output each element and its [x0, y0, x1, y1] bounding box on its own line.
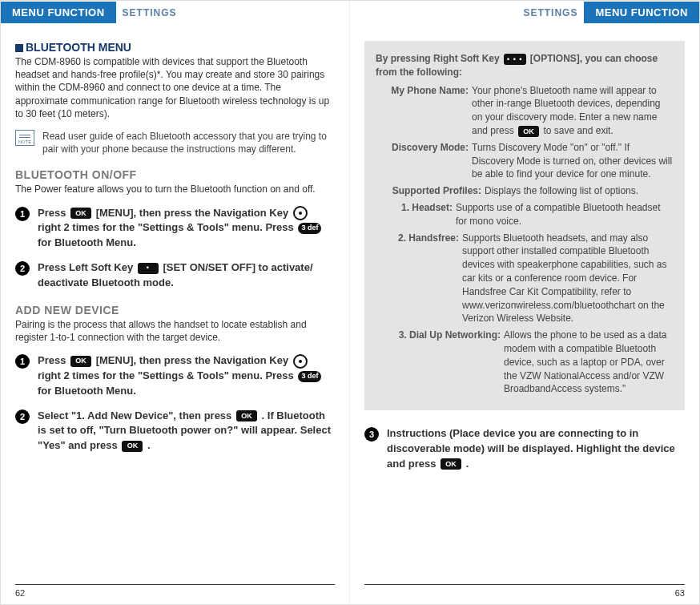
row-supported-profiles: Supported Profiles: Displays the followi… — [376, 184, 674, 198]
header-tabs-right: SETTINGS MENU FUNCTION — [364, 1, 699, 23]
add-step-1: 1 Press OK [MENU], then press the Naviga… — [15, 353, 335, 399]
ok-key-icon: OK — [70, 208, 91, 219]
row-handsfree: 2. Handsfree: Supports Bluetooth headset… — [376, 232, 674, 326]
value: Displays the following list of options. — [485, 184, 674, 198]
tab-settings: SETTINGS — [116, 2, 183, 23]
step-body: Press OK [MENU], then press the Navigati… — [38, 206, 335, 252]
label: Supported Profiles: — [376, 184, 485, 198]
onoff-step-1: 1 Press OK [MENU], then press the Naviga… — [15, 206, 335, 252]
note-row: NOTE Read user guide of each Bluetooth a… — [15, 130, 335, 155]
page-number: 63 — [364, 584, 685, 598]
square-bullet-icon — [15, 44, 23, 52]
note-text: Read user guide of each Bluetooth access… — [42, 130, 335, 155]
step-number-icon: 2 — [15, 409, 30, 424]
value: Your phone's Bluetooth name will appear … — [472, 84, 674, 138]
ok-key-icon: OK — [70, 356, 91, 367]
add-desc: Pairing is the process that allows the h… — [15, 318, 335, 344]
step-body: Press Left Soft Key • [SET ON/SET OFF] t… — [38, 260, 335, 291]
bluetooth-intro: The CDM-8960 is compatible with devices … — [15, 55, 335, 120]
value: Turns Discovery Mode "on" or "off." If D… — [472, 141, 674, 181]
heading-add-new-device: ADD NEW DEVICE — [15, 304, 335, 317]
label: 3. Dial Up Networking: — [376, 329, 504, 396]
note-icon: NOTE — [15, 130, 34, 146]
step-number-icon: 1 — [15, 354, 30, 369]
tab-settings: SETTINGS — [517, 2, 584, 23]
label: Discovery Mode: — [376, 141, 472, 181]
step-number-icon: 3 — [364, 427, 379, 442]
three-def-key-icon: 3 def — [298, 223, 321, 234]
options-intro: By pressing Right Soft Key • • • [OPTION… — [376, 52, 674, 79]
label: 1. Headset: — [376, 201, 456, 228]
onoff-step-2: 2 Press Left Soft Key • [SET ON/SET OFF]… — [15, 260, 335, 291]
row-headset: 1. Headset: Supports use of a compatible… — [376, 201, 674, 228]
tab-menu-function: MENU FUNCTION — [1, 2, 116, 23]
value: Supports Bluetooth headsets, and may als… — [462, 232, 674, 326]
ok-key-icon: OK — [441, 458, 461, 470]
value: Allows the phone to be used as a data mo… — [504, 329, 674, 396]
softkey-dot-icon: • — [138, 263, 159, 274]
ok-key-icon: OK — [518, 126, 539, 137]
row-discovery-mode: Discovery Mode: Turns Discovery Mode "on… — [376, 141, 674, 181]
tab-menu-function: MENU FUNCTION — [584, 2, 699, 23]
ok-key-icon: OK — [236, 410, 257, 421]
page-number: 62 — [15, 584, 335, 598]
ok-key-icon: OK — [122, 441, 143, 452]
row-dial-up-networking: 3. Dial Up Networking: Allows the phone … — [376, 329, 674, 396]
onoff-desc: The Power feature allows you to turn the… — [15, 183, 335, 196]
row-my-phone-name: My Phone Name: Your phone's Bluetooth na… — [376, 84, 674, 138]
step-number-icon: 1 — [15, 207, 30, 221]
options-panel: By pressing Right Soft Key • • • [OPTION… — [364, 41, 685, 410]
nav-key-icon — [293, 206, 308, 220]
label: My Phone Name: — [376, 84, 472, 138]
section-title-text: BLUETOOTH MENU — [26, 41, 131, 54]
step-body: Instructions (Place device you are conne… — [387, 426, 685, 472]
three-def-key-icon: 3 def — [298, 371, 321, 382]
add-step-2: 2 Select "1. Add New Device", then press… — [15, 409, 335, 454]
page-spread: MENU FUNCTION SETTINGS BLUETOOTH MENU Th… — [0, 0, 700, 605]
add-step-3: 3 Instructions (Place device you are con… — [364, 426, 685, 472]
section-title-bluetooth-menu: BLUETOOTH MENU — [15, 41, 335, 54]
value: Supports use of a compatible Bluetooth h… — [456, 201, 674, 228]
label: 2. Handsfree: — [376, 232, 462, 326]
step-body: Select "1. Add New Device", then press O… — [38, 409, 335, 454]
step-body: Press OK [MENU], then press the Navigati… — [38, 353, 335, 399]
header-tabs-left: MENU FUNCTION SETTINGS — [1, 1, 335, 23]
nav-key-icon — [293, 354, 308, 369]
heading-bluetooth-onoff: BLUETOOTH ON/OFF — [15, 168, 335, 181]
page-62: MENU FUNCTION SETTINGS BLUETOOTH MENU Th… — [1, 1, 350, 604]
page-63: SETTINGS MENU FUNCTION By pressing Right… — [350, 1, 699, 604]
softkey-dots-icon: • • • — [504, 54, 525, 65]
step-number-icon: 2 — [15, 261, 30, 276]
